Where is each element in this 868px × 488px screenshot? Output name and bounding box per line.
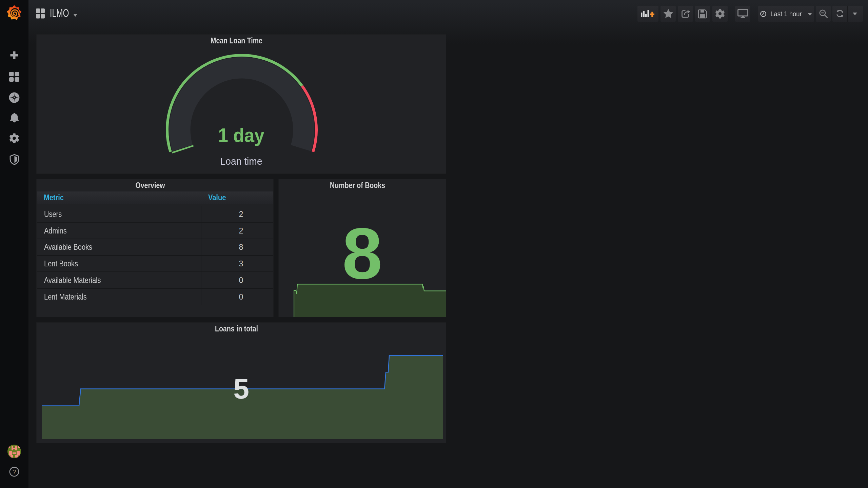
svg-text:?: ?	[13, 469, 16, 475]
